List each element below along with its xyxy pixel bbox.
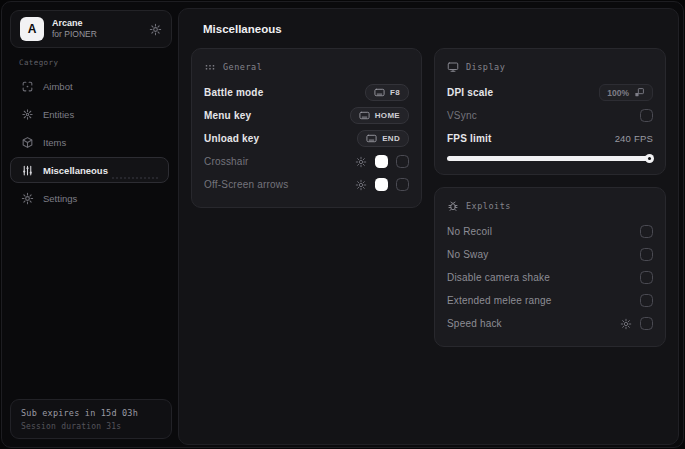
app-window: A Arcane for PIONER Category <box>1 1 684 448</box>
offscreen-arrows-row: Off-Screen arrows <box>204 173 409 196</box>
speed-hack-checkbox[interactable] <box>640 317 653 330</box>
general-panel: General Battle mode F8 <box>191 48 422 208</box>
offscreen-arrows-checkbox[interactable] <box>396 178 409 191</box>
crosshair-settings-gear-icon[interactable] <box>355 156 367 168</box>
battle-mode-label: Battle mode <box>204 87 263 98</box>
sidebar-item-entities[interactable]: Entities <box>10 101 169 127</box>
category-label: Category <box>19 58 177 67</box>
sub-expires-text: Sub expires in 15d 03h <box>21 408 161 418</box>
sidebar-item-settings[interactable]: Settings <box>10 185 169 211</box>
sidebar-item-label: Settings <box>43 193 77 204</box>
app-subtitle: for PIONER <box>52 29 97 40</box>
app-header: A Arcane for PIONER <box>10 10 172 48</box>
crosshair-label: Crosshair <box>204 156 249 167</box>
extended-melee-range-label: Extended melee range <box>447 295 552 306</box>
disable-camera-shake-checkbox[interactable] <box>640 271 653 284</box>
vsync-label: VSync <box>447 110 477 121</box>
sidebar-nav: Aimbot Entities Items <box>2 73 177 211</box>
dpi-scale-row: DPI scale 100% <box>447 81 653 104</box>
sidebar-item-label: Entities <box>43 109 74 120</box>
menu-key-keybind[interactable]: HOME <box>350 107 409 124</box>
display-panel-title: Display <box>466 62 505 72</box>
offscreen-arrows-label: Off-Screen arrows <box>204 179 288 190</box>
fps-limit-label: FPS limit <box>447 133 492 144</box>
crosshair-row: Crosshair <box>204 150 409 173</box>
no-recoil-checkbox[interactable] <box>640 225 653 238</box>
vsync-row: VSync <box>447 104 653 127</box>
fps-slider-knob[interactable] <box>645 154 654 163</box>
page-title: Miscellaneous <box>191 23 666 35</box>
no-recoil-label: No Recoil <box>447 226 492 237</box>
gear-icon <box>21 192 34 205</box>
no-sway-row: No Sway <box>447 243 653 266</box>
offscreen-arrows-color-swatch[interactable] <box>375 178 388 191</box>
menu-key-label: Menu key <box>204 110 251 121</box>
sliders-icon <box>21 164 34 177</box>
sidebar-item-label: Aimbot <box>43 81 73 92</box>
unload-key-label: Unload key <box>204 133 259 144</box>
no-recoil-row: No Recoil <box>447 220 653 243</box>
grid-dots-icon <box>204 61 216 73</box>
fps-limit-slider[interactable] <box>447 154 653 163</box>
app-name: Arcane <box>52 18 97 29</box>
menu-key-row: Menu key HOME <box>204 104 409 127</box>
subscription-info: Sub expires in 15d 03h Session duration … <box>10 399 172 439</box>
sidebar-item-miscellaneous[interactable]: Miscellaneous <box>10 157 169 183</box>
main-content: Miscellaneous General B <box>178 8 679 445</box>
unload-key-row: Unload key END <box>204 127 409 150</box>
speed-hack-settings-gear-icon[interactable] <box>620 318 632 330</box>
session-duration-text: Session duration 31s <box>21 422 161 431</box>
exploits-panel-title: Exploits <box>466 201 511 211</box>
keyboard-icon <box>366 134 377 143</box>
keybind-value: END <box>382 134 400 143</box>
app-logo: A <box>20 17 44 41</box>
speed-hack-label: Speed hack <box>447 318 502 329</box>
no-sway-label: No Sway <box>447 249 488 260</box>
fps-limit-row: FPS limit 240 FPS <box>447 127 653 150</box>
sidebar-item-items[interactable]: Items <box>10 129 169 155</box>
entities-icon <box>21 108 34 121</box>
sidebar: A Arcane for PIONER Category <box>2 2 177 447</box>
scale-icon <box>634 87 645 98</box>
display-panel: Display DPI scale 100% <box>434 48 666 175</box>
cube-icon <box>21 136 34 149</box>
settings-icon[interactable] <box>149 23 162 36</box>
extended-melee-range-checkbox[interactable] <box>640 294 653 307</box>
sidebar-item-label: Miscellaneous <box>43 165 108 176</box>
unload-key-keybind[interactable]: END <box>357 130 409 147</box>
battle-mode-keybind[interactable]: F8 <box>365 84 409 101</box>
disable-camera-shake-label: Disable camera shake <box>447 272 550 283</box>
keyboard-icon <box>359 111 370 120</box>
no-sway-checkbox[interactable] <box>640 248 653 261</box>
dpi-scale-label: DPI scale <box>447 87 493 98</box>
watermark-dots <box>112 177 158 179</box>
offscreen-arrows-settings-gear-icon[interactable] <box>355 179 367 191</box>
bug-icon <box>447 200 459 212</box>
general-panel-title: General <box>223 62 262 72</box>
battle-mode-row: Battle mode F8 <box>204 81 409 104</box>
keybind-value: HOME <box>375 111 400 120</box>
monitor-icon <box>447 61 459 73</box>
vsync-checkbox[interactable] <box>640 109 653 122</box>
dpi-scale-value: 100% <box>607 88 629 98</box>
fps-slider-fill <box>447 156 653 161</box>
disable-camera-shake-row: Disable camera shake <box>447 266 653 289</box>
fps-limit-value: 240 FPS <box>615 133 653 144</box>
sidebar-item-aimbot[interactable]: Aimbot <box>10 73 169 99</box>
extended-melee-range-row: Extended melee range <box>447 289 653 312</box>
speed-hack-row: Speed hack <box>447 312 653 335</box>
keyboard-icon <box>374 88 385 97</box>
crosshair-checkbox[interactable] <box>396 155 409 168</box>
crosshair-icon <box>21 80 34 93</box>
app-title-block: Arcane for PIONER <box>52 18 97 40</box>
exploits-panel: Exploits No Recoil No Sway Disable camer… <box>434 187 666 347</box>
keybind-value: F8 <box>390 88 400 97</box>
crosshair-color-swatch[interactable] <box>375 155 388 168</box>
dpi-scale-selector[interactable]: 100% <box>599 84 653 101</box>
sidebar-item-label: Items <box>43 137 66 148</box>
